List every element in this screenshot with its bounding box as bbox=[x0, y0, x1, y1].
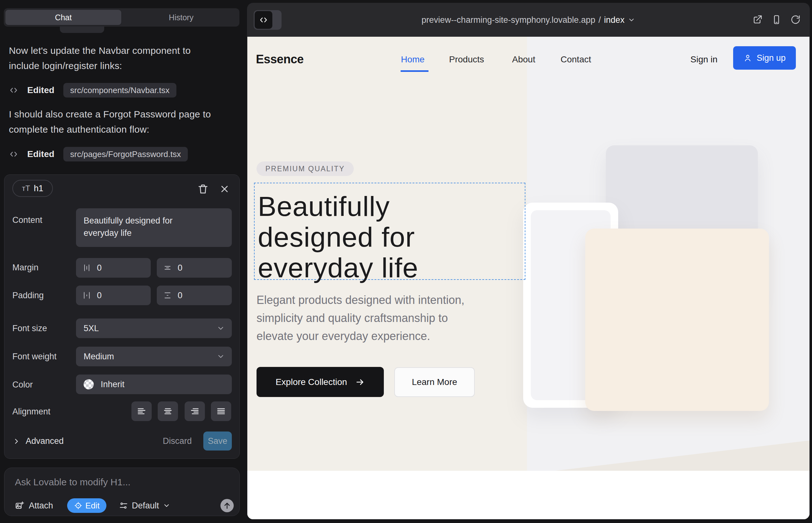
toolbar-actions bbox=[753, 15, 800, 25]
selected-element-pill[interactable]: тT h1 bbox=[12, 180, 53, 197]
edited-file-badge[interactable]: src/pages/ForgotPassword.tsx bbox=[63, 147, 188, 161]
alignment-label: Alignment bbox=[12, 407, 50, 417]
tab-history[interactable]: History bbox=[123, 8, 240, 26]
preview-path: index bbox=[604, 15, 624, 25]
color-swatch bbox=[84, 379, 94, 390]
close-panel-button[interactable] bbox=[219, 184, 230, 194]
hero-headline[interactable]: Beautifully designed for everyday life bbox=[258, 191, 467, 283]
chat-composer[interactable]: Ask Lovable to modify H1... Attach Edit … bbox=[4, 468, 240, 516]
composer-placeholder: Ask Lovable to modify H1... bbox=[15, 477, 130, 488]
sign-up-button[interactable]: Sign up bbox=[733, 46, 796, 70]
arrow-right-icon bbox=[355, 377, 365, 387]
nav-link-contact[interactable]: Contact bbox=[561, 54, 591, 65]
margin-x-input[interactable]: 0 bbox=[76, 258, 151, 278]
hero-paragraph: Elegant products designed with intention… bbox=[257, 291, 478, 345]
padding-x-input[interactable]: 0 bbox=[76, 286, 151, 305]
margin-label: Margin bbox=[12, 263, 39, 273]
advanced-toggle[interactable]: Advanced bbox=[12, 436, 64, 446]
section-below bbox=[247, 471, 810, 519]
lovable-workspace: Chat History Now let's update the Navbar… bbox=[0, 0, 812, 523]
model-default-selector[interactable]: Default bbox=[119, 501, 170, 511]
site-navbar: Essence Home Products About Contact Sign… bbox=[247, 37, 810, 84]
edited-label: Edited bbox=[27, 149, 54, 159]
path-separator: / bbox=[599, 15, 601, 25]
sidebar-tabbar: Chat History bbox=[4, 8, 240, 26]
nav-link-products[interactable]: Products bbox=[449, 54, 484, 65]
code-icon bbox=[9, 86, 18, 95]
tab-chat[interactable]: Chat bbox=[4, 8, 123, 26]
attach-button[interactable]: Attach bbox=[15, 501, 53, 511]
chevron-down-icon bbox=[217, 353, 225, 361]
scrolled-badge-remnant bbox=[60, 26, 104, 33]
margin-y-input[interactable]: 0 bbox=[157, 258, 232, 278]
edited-label: Edited bbox=[27, 85, 54, 95]
learn-more-button[interactable]: Learn More bbox=[394, 367, 475, 397]
edit-mode-button[interactable]: Edit bbox=[67, 498, 107, 513]
font-weight-label: Font weight bbox=[12, 352, 57, 362]
arrow-up-icon bbox=[223, 502, 231, 510]
nav-link-about[interactable]: About bbox=[512, 54, 535, 65]
discard-button[interactable]: Discard bbox=[163, 436, 194, 446]
align-center-button[interactable] bbox=[158, 401, 178, 421]
send-button[interactable] bbox=[220, 499, 234, 512]
url-bar[interactable]: preview--charming-site-symphony.lovable.… bbox=[247, 3, 810, 37]
premium-quality-badge: PREMIUM QUALITY bbox=[257, 161, 354, 176]
padding-label: Padding bbox=[12, 291, 44, 301]
align-justify-button[interactable] bbox=[211, 401, 231, 421]
preview-browser: preview--charming-site-symphony.lovable.… bbox=[247, 3, 810, 519]
target-icon bbox=[74, 502, 82, 510]
chevron-down-icon bbox=[163, 502, 170, 509]
preview-url: preview--charming-site-symphony.lovable.… bbox=[422, 15, 595, 25]
font-size-label: Font size bbox=[12, 324, 47, 333]
decor-card-beige bbox=[585, 229, 769, 411]
sidebar: Chat History Now let's update the Navbar… bbox=[0, 0, 247, 523]
browser-toolbar: preview--charming-site-symphony.lovable.… bbox=[247, 3, 810, 37]
element-tag: h1 bbox=[34, 184, 43, 194]
typography-icon: тT bbox=[22, 184, 30, 193]
code-icon bbox=[9, 149, 18, 159]
nav-link-home[interactable]: Home bbox=[401, 54, 425, 65]
content-input[interactable]: Beautifully designed for everyday life bbox=[76, 208, 232, 247]
edited-file-row[interactable]: Edited src/pages/ForgotPassword.tsx bbox=[9, 147, 188, 161]
site-preview: Essence Home Products About Contact Sign… bbox=[247, 37, 810, 519]
sign-in-link[interactable]: Sign in bbox=[690, 54, 718, 65]
color-label: Color bbox=[12, 380, 33, 390]
color-select[interactable]: Inherit bbox=[76, 375, 232, 394]
hero-section: Essence Home Products About Contact Sign… bbox=[247, 37, 810, 471]
chevron-down-icon bbox=[628, 16, 635, 24]
edited-file-badge[interactable]: src/components/Navbar.tsx bbox=[63, 83, 177, 97]
element-editor-panel: тT h1 Content Beautifully designed for e… bbox=[4, 175, 240, 459]
refresh-icon[interactable] bbox=[791, 15, 800, 25]
font-weight-select[interactable]: Medium bbox=[76, 347, 232, 366]
align-right-button[interactable] bbox=[184, 401, 205, 421]
chat-message: I should also create a Forgot Password p… bbox=[9, 107, 227, 137]
open-external-icon[interactable] bbox=[753, 15, 763, 25]
composer-toolbar: Attach Edit Default bbox=[15, 498, 170, 513]
explore-collection-button[interactable]: Explore Collection bbox=[257, 367, 384, 397]
delete-element-button[interactable] bbox=[197, 183, 209, 195]
save-button[interactable]: Save bbox=[203, 432, 232, 451]
font-size-select[interactable]: 5XL bbox=[76, 319, 232, 338]
user-icon bbox=[743, 54, 752, 62]
mobile-preview-icon[interactable] bbox=[772, 15, 782, 25]
content-label: Content bbox=[12, 215, 42, 225]
padding-y-input[interactable]: 0 bbox=[157, 286, 232, 305]
chevron-down-icon bbox=[217, 324, 225, 332]
site-logo[interactable]: Essence bbox=[256, 53, 304, 66]
nav-active-underline bbox=[401, 70, 428, 72]
align-left-button[interactable] bbox=[131, 401, 152, 421]
chat-message: Now let's update the Navbar component to… bbox=[9, 43, 218, 73]
edited-file-row[interactable]: Edited src/components/Navbar.tsx bbox=[9, 83, 176, 97]
image-plus-icon bbox=[15, 501, 24, 510]
sliders-icon bbox=[119, 501, 128, 510]
